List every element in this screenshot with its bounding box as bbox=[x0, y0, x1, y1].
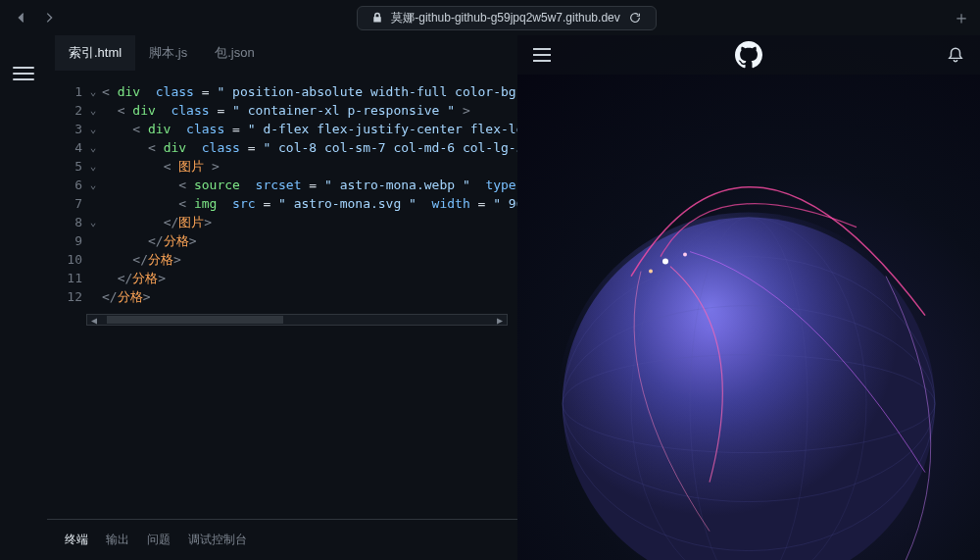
globe-icon bbox=[517, 138, 980, 560]
nav-arrows bbox=[10, 6, 61, 29]
fold-toggle[interactable]: ⌄ bbox=[84, 176, 102, 194]
svg-point-8 bbox=[683, 252, 687, 256]
panel-tab-1[interactable]: 输出 bbox=[106, 532, 129, 548]
bell-icon[interactable] bbox=[947, 46, 964, 64]
chevron-right-icon bbox=[42, 11, 56, 25]
refresh-icon[interactable] bbox=[628, 11, 642, 25]
line-number: 12 bbox=[47, 287, 84, 306]
line-number: 11 bbox=[47, 269, 84, 287]
line-content: </分格> bbox=[102, 287, 517, 306]
code-line[interactable]: 1⌄< div class = " position-absolute widt… bbox=[47, 82, 517, 101]
back-button[interactable] bbox=[10, 6, 33, 29]
url-bar[interactable]: 莫娜-github-github-g59jpq2w5w7.github.dev bbox=[357, 6, 656, 30]
line-content: < div class = " container-xl p-responsiv… bbox=[102, 101, 517, 120]
new-tab-button[interactable]: ＋ bbox=[953, 6, 970, 29]
editor-pane: 索引.html脚本.js包.json 1⌄< div class = " pos… bbox=[47, 35, 517, 560]
fold-toggle bbox=[84, 231, 102, 250]
code-line[interactable]: 8⌄ </图片> bbox=[47, 213, 517, 231]
fold-toggle bbox=[84, 269, 102, 287]
svg-point-9 bbox=[649, 269, 653, 273]
code-line[interactable]: 12</分格> bbox=[47, 287, 517, 306]
line-number: 5 bbox=[47, 157, 84, 176]
line-content: < div class = " d-flex flex-justify-cent… bbox=[102, 120, 517, 138]
lock-icon bbox=[371, 12, 383, 24]
line-content: </分格> bbox=[102, 269, 517, 287]
titlebar: 莫娜-github-github-g59jpq2w5w7.github.dev … bbox=[0, 0, 980, 35]
preview-header bbox=[517, 35, 980, 75]
fold-toggle[interactable]: ⌄ bbox=[84, 101, 102, 120]
forward-button[interactable] bbox=[37, 6, 61, 29]
fold-toggle bbox=[84, 250, 102, 269]
line-content: < img src = " astro-mona.svg " width = "… bbox=[102, 194, 517, 213]
github-logo-icon[interactable] bbox=[735, 41, 762, 69]
chevron-left-icon bbox=[15, 11, 28, 25]
line-number: 2 bbox=[47, 101, 84, 120]
url-text: 莫娜-github-github-g59jpq2w5w7.github.dev bbox=[391, 10, 619, 26]
line-number: 8 bbox=[47, 213, 84, 231]
line-number: 10 bbox=[47, 250, 84, 269]
activity-bar bbox=[0, 35, 47, 560]
editor-tab-1[interactable]: 脚本.js bbox=[135, 35, 201, 71]
line-number: 6 bbox=[47, 176, 84, 194]
code-line[interactable]: 11 </分格> bbox=[47, 269, 517, 287]
code-line[interactable]: 7 < img src = " astro-mona.svg " width =… bbox=[47, 194, 517, 213]
line-number: 7 bbox=[47, 194, 84, 213]
code-line[interactable]: 10 </分格> bbox=[47, 250, 517, 269]
horizontal-scrollbar[interactable]: ◀▶ bbox=[86, 314, 508, 326]
editor-tabs: 索引.html脚本.js包.json bbox=[47, 35, 517, 71]
panel-tabs: 终端输出问题调试控制台 bbox=[47, 520, 517, 560]
main-layout: 索引.html脚本.js包.json 1⌄< div class = " pos… bbox=[0, 35, 980, 560]
line-content: </分格> bbox=[102, 231, 517, 250]
code-line[interactable]: 3⌄ < div class = " d-flex flex-justify-c… bbox=[47, 120, 517, 138]
editor-tab-2[interactable]: 包.json bbox=[201, 35, 268, 71]
line-content: </分格> bbox=[102, 250, 517, 269]
line-number: 4 bbox=[47, 138, 84, 157]
menu-button[interactable] bbox=[13, 63, 34, 84]
preview-pane bbox=[517, 35, 980, 560]
fold-toggle bbox=[84, 194, 102, 213]
fold-toggle[interactable]: ⌄ bbox=[84, 120, 102, 138]
line-content: < div class = " position-absolute width-… bbox=[102, 82, 517, 101]
panel-tab-2[interactable]: 问题 bbox=[147, 532, 171, 548]
line-content: < div class = " col-8 col-sm-7 col-md-6 … bbox=[102, 138, 517, 157]
fold-toggle[interactable]: ⌄ bbox=[84, 213, 102, 231]
code-line[interactable]: 2⌄ < div class = " container-xl p-respon… bbox=[47, 101, 517, 120]
editor-tab-0[interactable]: 索引.html bbox=[55, 35, 135, 71]
globe-visualization bbox=[517, 75, 980, 560]
preview-menu-button[interactable] bbox=[533, 48, 551, 62]
line-content: </图片> bbox=[102, 213, 517, 231]
fold-toggle bbox=[84, 287, 102, 306]
panel-tab-0[interactable]: 终端 bbox=[65, 532, 88, 548]
line-number: 3 bbox=[47, 120, 84, 138]
fold-toggle[interactable]: ⌄ bbox=[84, 157, 102, 176]
line-number: 1 bbox=[47, 82, 84, 101]
line-content: < source srcset = " astro-mona.webp " ty… bbox=[102, 176, 517, 194]
code-line[interactable]: 4⌄ < div class = " col-8 col-sm-7 col-md… bbox=[47, 138, 517, 157]
fold-toggle[interactable]: ⌄ bbox=[84, 82, 102, 101]
panel-tab-3[interactable]: 调试控制台 bbox=[188, 532, 247, 548]
code-line[interactable]: 6⌄ < source srcset = " astro-mona.webp "… bbox=[47, 176, 517, 194]
code-editor[interactable]: 1⌄< div class = " position-absolute widt… bbox=[47, 71, 517, 499]
code-line[interactable]: 5⌄ < 图片 > bbox=[47, 157, 517, 176]
code-line[interactable]: 9 </分格> bbox=[47, 231, 517, 250]
svg-point-7 bbox=[662, 258, 668, 264]
line-number: 9 bbox=[47, 231, 84, 250]
fold-toggle[interactable]: ⌄ bbox=[84, 138, 102, 157]
line-content: < 图片 > bbox=[102, 157, 517, 176]
